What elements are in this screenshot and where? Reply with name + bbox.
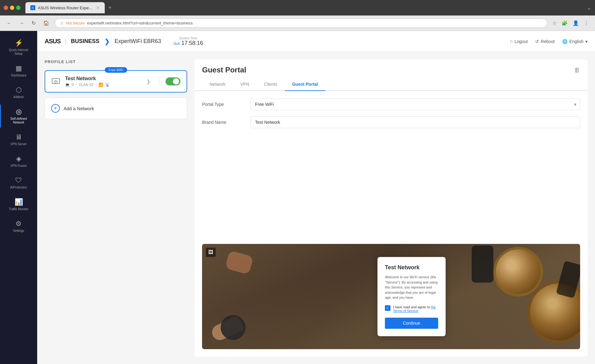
sidebar-label-vpn-server: VPN Server bbox=[11, 142, 27, 146]
tab-vpn[interactable]: VPN bbox=[233, 78, 257, 91]
sidebar-item-quick-internet[interactable]: ⚡ Quick Internet Setup bbox=[0, 36, 37, 59]
extensions-button[interactable]: 🧩 bbox=[560, 19, 569, 27]
brand-name-row: Brand Name bbox=[202, 116, 580, 128]
sidebar-item-settings[interactable]: ⚙ Settings bbox=[0, 217, 37, 236]
reboot-button[interactable]: ↺ Reboot bbox=[535, 39, 555, 44]
language-chevron-icon: ▾ bbox=[585, 39, 588, 44]
menu-button[interactable]: ⋮ bbox=[583, 19, 590, 27]
network-name: Test Network bbox=[65, 76, 141, 81]
url-text: expertwifi.net/index.html?url=sdn&curren… bbox=[87, 21, 193, 25]
network-card[interactable]: Free WiFi Test Network 💻 0 • bbox=[45, 70, 187, 93]
reload-button[interactable]: ↻ bbox=[30, 19, 37, 27]
network-toggle[interactable] bbox=[165, 77, 180, 85]
network-info: Test Network 💻 0 • VLAN 52 • 📶 📡 bbox=[65, 76, 141, 87]
browser-chrome: A ASUS Wireless Router Expe... ✕ + ⌄ bbox=[0, 0, 595, 15]
dark-cup bbox=[221, 315, 245, 340]
tab-more-icon[interactable]: ⌄ bbox=[587, 4, 591, 11]
sidebar-label-aiprotection: AiProtection bbox=[10, 186, 27, 189]
tab-close-icon[interactable]: ✕ bbox=[96, 5, 100, 10]
vpn-fusion-icon: ◈ bbox=[16, 155, 21, 163]
svg-point-3 bbox=[55, 82, 56, 84]
system-time: System Time Sun 17:58:16 bbox=[174, 37, 203, 46]
close-dot[interactable] bbox=[4, 6, 8, 10]
settings-icon: ⚙ bbox=[15, 220, 22, 228]
wifi-band-icon: 📡 bbox=[105, 83, 110, 87]
delete-button[interactable]: 🗑 bbox=[574, 67, 580, 74]
sidebar-item-dashboard[interactable]: ▦ Dashboard bbox=[0, 61, 37, 80]
security-icon: ⚠ bbox=[60, 21, 64, 25]
tab-favicon: A bbox=[30, 5, 35, 10]
checkbox-text: I have read and agree to the Terms of Se… bbox=[393, 305, 438, 313]
phone-1 bbox=[472, 245, 493, 283]
sidebar-item-vpn-server[interactable]: 🖥 VPN Server bbox=[0, 130, 37, 149]
form-area: Portal Type Free WiFi Login None ▾ Brand… bbox=[195, 91, 588, 244]
sidebar: ⚡ Quick Internet Setup ▦ Dashboard ⬡ AiM… bbox=[0, 31, 37, 364]
tab-guest-portal[interactable]: Guest Portal bbox=[285, 78, 325, 91]
portal-type-select-wrapper[interactable]: Free WiFi Login None ▾ bbox=[250, 98, 580, 110]
logout-button[interactable]: ⎍ Logout bbox=[510, 39, 528, 44]
maximize-dot[interactable] bbox=[16, 6, 20, 10]
sidebar-label-dashboard: Dashboard bbox=[11, 74, 26, 77]
sidebar-item-vpn-fusion[interactable]: ◈ VPN Fusion bbox=[0, 152, 37, 171]
forward-button[interactable]: → bbox=[17, 19, 26, 27]
language-label: English bbox=[569, 39, 584, 44]
preview-area: 🖼 Test Network Welcome to our Wi-Fi serv… bbox=[202, 244, 580, 349]
bookmark-button[interactable]: ☆ bbox=[551, 19, 558, 27]
coffee-cup-1 bbox=[493, 247, 543, 297]
logo-business: BUSINESS bbox=[71, 38, 99, 45]
divider bbox=[159, 76, 159, 86]
portal-checkbox-row: ✓ I have read and agree to the Terms of … bbox=[385, 305, 438, 313]
add-network-card[interactable]: + Add a Network bbox=[45, 98, 187, 119]
sidebar-item-self-defined[interactable]: ◎ Self-defined Network bbox=[0, 105, 37, 128]
sidebar-item-traffic-monitor[interactable]: 📊 Traffic Monitor bbox=[0, 195, 37, 214]
sidebar-item-aimesh[interactable]: ⬡ AiMesh bbox=[0, 83, 37, 102]
terms-checkbox[interactable]: ✓ bbox=[385, 305, 390, 311]
tabs-bar: Network VPN Clients Guest Portal bbox=[195, 78, 588, 91]
back-button[interactable]: ← bbox=[5, 19, 14, 27]
sidebar-label-traffic-monitor: Traffic Monitor bbox=[9, 207, 28, 211]
brand-name-label: Brand Name bbox=[202, 120, 245, 125]
vpn-server-icon: 🖥 bbox=[15, 133, 22, 141]
image-upload-button[interactable]: 🖼 bbox=[206, 248, 216, 257]
active-tab[interactable]: A ASUS Wireless Router Expe... ✕ bbox=[25, 2, 105, 13]
header: ASUS | BUSINESS ❯ ExpertWiFi EBR63 Syste… bbox=[37, 31, 595, 52]
logout-icon: ⎍ bbox=[510, 39, 513, 44]
logout-label: Logout bbox=[514, 39, 528, 44]
reboot-icon: ↺ bbox=[535, 39, 539, 44]
url-bar[interactable]: ⚠ Not Secure expertwifi.net/index.html?u… bbox=[55, 19, 547, 28]
dashboard-icon: ▦ bbox=[15, 64, 22, 72]
main-content: ASUS | BUSINESS ❯ ExpertWiFi EBR63 Syste… bbox=[37, 31, 595, 364]
continue-button[interactable]: Continue bbox=[385, 318, 438, 329]
terms-of-service-link[interactable]: the Terms of Service bbox=[393, 305, 436, 313]
vlan-label: VLAN 52 bbox=[79, 83, 94, 87]
profile-button[interactable]: 👤 bbox=[571, 19, 580, 27]
home-button[interactable]: 🏠 bbox=[41, 19, 51, 27]
tab-network[interactable]: Network bbox=[202, 78, 233, 91]
sidebar-label-quick-internet: Quick Internet Setup bbox=[9, 48, 28, 56]
svg-text:A: A bbox=[32, 6, 34, 9]
aiprotection-icon: 🛡 bbox=[15, 176, 22, 184]
address-bar: ← → ↻ 🏠 ⚠ Not Secure expertwifi.net/inde… bbox=[0, 15, 595, 31]
minimize-dot[interactable] bbox=[10, 6, 14, 10]
network-card-icon bbox=[51, 76, 60, 87]
device-name: ExpertWiFi EBR63 bbox=[115, 38, 161, 45]
system-time-label: System Time bbox=[179, 37, 197, 40]
new-tab-button[interactable]: + bbox=[106, 3, 114, 12]
portal-type-row: Portal Type Free WiFi Login None ▾ bbox=[202, 98, 580, 110]
brand-name-input[interactable] bbox=[250, 116, 580, 128]
header-actions: ⎍ Logout ↺ Reboot 🌐 English ▾ bbox=[510, 39, 588, 44]
clients-icon: 💻 bbox=[65, 83, 70, 87]
time-value: 17:58:16 bbox=[181, 40, 203, 46]
sidebar-label-self-defined: Self-defined Network bbox=[10, 117, 27, 124]
browser-dots bbox=[4, 6, 20, 10]
browser-actions: ☆ 🧩 👤 ⋮ bbox=[551, 19, 590, 27]
reboot-label: Reboot bbox=[541, 39, 555, 44]
content-area: PROFILE LIST Free WiFi Test Network � bbox=[37, 52, 595, 364]
add-network-icon: + bbox=[51, 104, 60, 113]
language-button[interactable]: 🌐 English ▾ bbox=[562, 39, 588, 44]
portal-type-select[interactable]: Free WiFi Login None bbox=[250, 98, 580, 110]
sidebar-item-aiprotection[interactable]: 🛡 AiProtection bbox=[0, 173, 37, 193]
network-arrow-icon: ❯ bbox=[146, 79, 150, 84]
traffic-monitor-icon: 📊 bbox=[15, 198, 23, 206]
tab-clients[interactable]: Clients bbox=[257, 78, 285, 91]
